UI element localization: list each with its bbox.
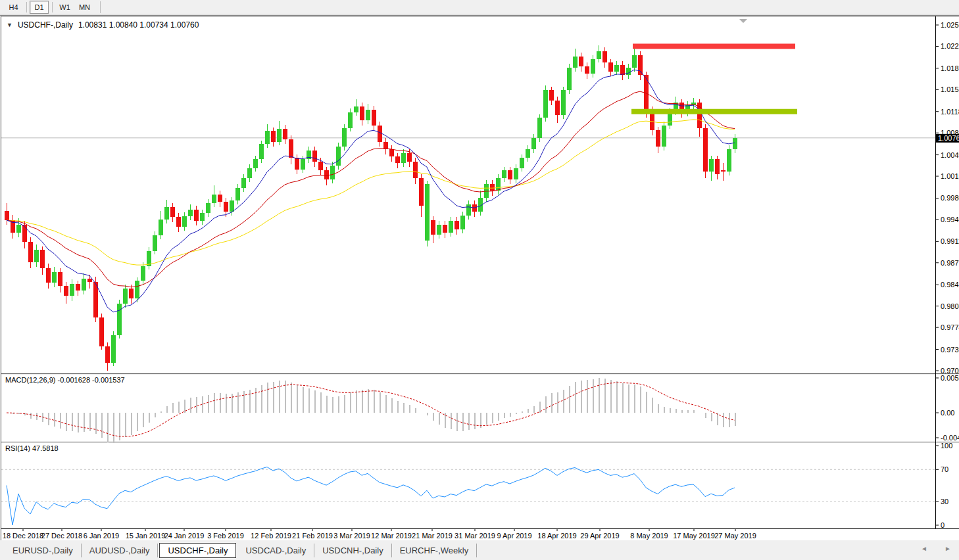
svg-text:24 Jan 2019: 24 Jan 2019: [164, 532, 205, 540]
svg-text:29 Apr 2019: 29 Apr 2019: [580, 532, 619, 540]
svg-text:1.01870: 1.01870: [941, 64, 959, 72]
macd-indicator-label: MACD(12,26,9) -0.001628 -0.001537: [5, 376, 125, 384]
chart-window: 1.025601.022201.018701.015301.011801.008…: [1, 16, 959, 541]
tab-audusd-daily[interactable]: AUDUSD-,Daily: [82, 544, 159, 557]
toolbar-separator: [52, 2, 53, 12]
svg-text:18 Apr 2019: 18 Apr 2019: [537, 532, 576, 540]
svg-text:12 Feb 2019: 12 Feb 2019: [251, 532, 291, 540]
svg-text:1.00760: 1.00760: [938, 134, 959, 142]
svg-text:0.99800: 0.99800: [941, 194, 959, 202]
svg-text:0.98770: 0.98770: [941, 259, 959, 267]
timeframe-button-d1[interactable]: D1: [30, 1, 49, 14]
tab-eurchf-weekly[interactable]: EURCHF-,Weekly: [392, 544, 478, 557]
svg-text:0.97740: 0.97740: [941, 323, 959, 331]
chart-title: ▼ USDCHF-,Daily 1.00831 1.00840 1.00734 …: [7, 20, 199, 30]
svg-text:-0.00424: -0.00424: [941, 434, 959, 442]
tab-usdchf-daily[interactable]: USDCHF-,Daily: [159, 543, 236, 558]
timeframe-button-h4[interactable]: H4: [4, 1, 23, 14]
svg-text:1.02220: 1.02220: [941, 42, 959, 50]
tab-eurusd-daily[interactable]: EURUSD-,Daily: [4, 544, 82, 557]
chart-dropdown-icon[interactable]: ▼: [7, 22, 12, 28]
svg-text:1.01180: 1.01180: [941, 108, 959, 116]
svg-text:0.98420: 0.98420: [941, 281, 959, 289]
svg-text:1.00490: 1.00490: [941, 151, 959, 159]
svg-text:100: 100: [941, 442, 952, 450]
resistance-level-bar: [633, 43, 795, 49]
svg-text:1.00150: 1.00150: [941, 172, 959, 180]
svg-text:1.01530: 1.01530: [941, 85, 959, 93]
tab-usdcnh-daily[interactable]: USDCNH-,Daily: [314, 544, 391, 557]
svg-text:12 Mar 2019: 12 Mar 2019: [371, 532, 412, 540]
toolbar-separator: [26, 2, 27, 12]
svg-text:31 Mar 2019: 31 Mar 2019: [455, 532, 495, 540]
timeframe-button-mn[interactable]: MN: [75, 1, 94, 14]
svg-text:6 Jan 2019: 6 Jan 2019: [84, 532, 119, 540]
svg-text:18 Dec 2018: 18 Dec 2018: [3, 532, 43, 540]
svg-text:27 Dec 2018: 27 Dec 2018: [41, 532, 82, 540]
tab-scroll-left-icon[interactable]: ◄: [920, 545, 929, 552]
timeframe-button-w1[interactable]: W1: [55, 1, 74, 14]
svg-text:15 Jan 2019: 15 Jan 2019: [126, 532, 166, 540]
svg-text:21 Mar 2019: 21 Mar 2019: [412, 532, 453, 540]
chart-symbol-label: USDCHF-,Daily: [18, 20, 73, 30]
mt4-window: H4 D1 W1 MN 1.025601.022201.018701.01530…: [0, 0, 959, 560]
svg-text:1.02560: 1.02560: [941, 21, 959, 29]
svg-text:3 Feb 2019: 3 Feb 2019: [207, 532, 244, 540]
svg-text:70: 70: [941, 465, 948, 473]
toolbar-separator: [100, 1, 101, 13]
svg-text:21 Feb 2019: 21 Feb 2019: [292, 532, 333, 540]
chart-tab-bar: EURUSD-,Daily AUDUSD-,Daily USDCHF-,Dail…: [0, 540, 959, 560]
svg-text:27 May 2019: 27 May 2019: [714, 532, 756, 540]
timeframe-toolbar: H4 D1 W1 MN: [0, 0, 959, 14]
svg-text:3 Mar 2019: 3 Mar 2019: [333, 532, 370, 540]
svg-text:30: 30: [941, 498, 948, 505]
chart-canvas[interactable]: 1.025601.022201.018701.015301.011801.008…: [1, 16, 959, 540]
rsi-indicator-label: RSI(14) 47.5818: [5, 444, 59, 452]
svg-text:9 Apr 2019: 9 Apr 2019: [497, 532, 531, 540]
svg-text:0.99110: 0.99110: [941, 237, 959, 245]
svg-text:0.00: 0.00: [941, 409, 954, 417]
tab-usdcad-daily[interactable]: USDCAD-,Daily: [237, 544, 314, 557]
svg-text:8 May 2019: 8 May 2019: [630, 532, 668, 540]
tab-scroll-right-icon[interactable]: ►: [943, 545, 952, 552]
svg-text:0.00597: 0.00597: [941, 374, 959, 382]
svg-text:0: 0: [941, 521, 945, 529]
svg-text:0.98080: 0.98080: [941, 302, 959, 310]
svg-text:17 May 2019: 17 May 2019: [673, 532, 715, 540]
svg-text:0.99460: 0.99460: [941, 216, 959, 223]
svg-text:0.97390: 0.97390: [941, 346, 959, 354]
chart-ohlc-values: 1.00831 1.00840 1.00734 1.00760: [78, 20, 199, 30]
support-level-bar: [631, 109, 797, 114]
